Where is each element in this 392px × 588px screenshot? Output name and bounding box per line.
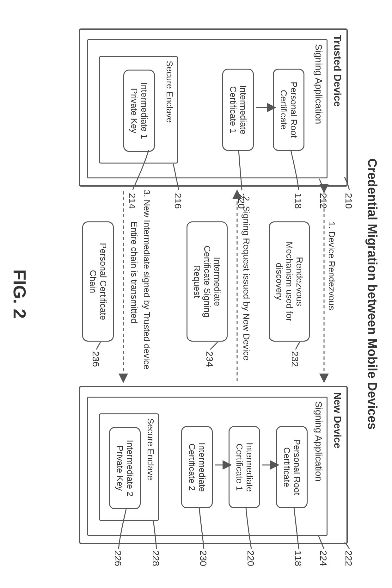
new-device-frame: New Device Signing Application Personal … xyxy=(79,386,348,544)
trusted-root-cert: Personal Root Certificate xyxy=(273,69,304,151)
trusted-device-title: Trusted Device xyxy=(332,35,343,107)
trusted-int1-cert: Intermediate Certificate 1 xyxy=(222,69,254,151)
new-root-cert: Personal Root Certificate xyxy=(276,426,308,508)
cert-chain-box: Personal Certificate Chain xyxy=(82,221,114,342)
callout-220a: 220 xyxy=(236,193,247,209)
trusted-int1-key: Intermediate 1 Private Key xyxy=(123,70,155,152)
callout-214: 214 xyxy=(127,193,138,209)
callout-234: 234 xyxy=(204,351,215,367)
callout-230: 230 xyxy=(198,550,209,566)
trusted-signing-app-frame: Signing Application Personal Root Certif… xyxy=(87,39,328,178)
rendezvous-mechanism-box: Rendezvous Mechanism used for discovery xyxy=(269,221,310,342)
new-device-title: New Device xyxy=(332,392,343,449)
step-3-label-a: 3. New Intermediate signed by Trusted de… xyxy=(142,190,152,369)
callout-222: 222 xyxy=(343,550,354,566)
new-int2-cert: Intermediate Certificate 2 xyxy=(181,426,213,508)
new-signing-app-frame: Signing Application Personal Root Certif… xyxy=(87,397,328,536)
trusted-device-frame: Trusted Device Signing Application Perso… xyxy=(79,28,348,187)
figure-label: FIG. 2 xyxy=(9,0,30,588)
callout-224: 224 xyxy=(318,550,329,566)
trusted-secure-enclave: Secure Enclave Intermediate 1 Private Ke… xyxy=(99,56,178,164)
callout-220b: 220 xyxy=(245,550,256,566)
new-int2-key: Intermediate 2 Private Key xyxy=(109,427,141,509)
step-2-label: 2. Signing Request issued by New Device xyxy=(241,196,251,361)
callout-216: 216 xyxy=(173,193,183,209)
callout-232: 232 xyxy=(290,351,300,367)
step-3-label-b: Entire chain is transmitted xyxy=(129,221,139,323)
callout-226: 226 xyxy=(113,550,123,566)
new-int1-cert: Intermediate Certificate 1 xyxy=(229,426,260,508)
csr-box: Intermediate Certificate Signing Request xyxy=(187,221,228,342)
callout-118a: 118 xyxy=(293,193,303,209)
callout-210: 210 xyxy=(343,193,354,209)
step-1-label: 1. Device Rendezvous xyxy=(327,221,337,310)
callout-212: 212 xyxy=(318,193,329,209)
trusted-enclave-label: Secure Enclave xyxy=(164,61,175,123)
callout-118b: 118 xyxy=(293,550,303,566)
new-app-label: Signing Application xyxy=(313,401,324,482)
trusted-app-label: Signing Application xyxy=(313,44,324,124)
new-enclave-label: Secure Enclave xyxy=(145,418,156,480)
callout-228: 228 xyxy=(150,550,161,566)
diagram-title: Credential Migration between Mobile Devi… xyxy=(365,0,379,588)
callout-236: 236 xyxy=(90,351,101,367)
new-secure-enclave: Secure Enclave Intermediate 2 Private Ke… xyxy=(99,413,159,521)
